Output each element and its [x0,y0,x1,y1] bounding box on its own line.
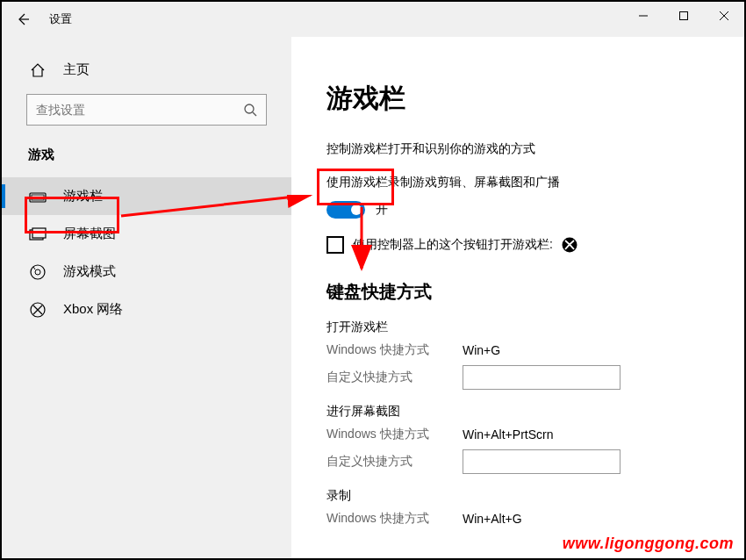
svg-point-4 [245,104,254,113]
search-input[interactable] [36,103,243,117]
home-icon [28,62,47,78]
sidebar-item-label: 游戏模式 [63,263,116,280]
sidebar-item-label: Xbox 网络 [63,301,123,318]
svg-rect-7 [32,195,44,200]
page-title: 游戏栏 [326,81,709,117]
shortcut-group-name: 进行屏幕截图 [326,404,709,420]
back-button[interactable] [12,9,33,30]
arrow-left-icon [15,11,31,27]
sidebar: 主页 游戏 游戏栏 屏幕截图 游戏模式 Xbox 网络 [2,37,291,558]
sidebar-item-label: 游戏栏 [63,188,103,205]
svg-point-11 [35,269,40,275]
windows-shortcut-label: Windows 快捷方式 [326,342,463,358]
checkbox-label: 使用控制器上的这个按钮打开游戏栏: [353,237,553,253]
windows-shortcut-value: Win+Alt+G [463,512,522,526]
svg-rect-6 [30,193,46,202]
xbox-button-icon [562,237,577,253]
custom-shortcut-input[interactable] [463,365,620,390]
xbox-icon [28,302,47,318]
page-description: 控制游戏栏打开和识别你的游戏的方式 [326,141,709,157]
shortcut-group-record: 录制 Windows 快捷方式 Win+Alt+G [326,488,709,527]
shortcut-group-name: 打开游戏栏 [326,319,709,335]
search-box[interactable] [26,94,267,126]
window-controls [623,2,744,30]
sidebar-item-captures[interactable]: 屏幕截图 [2,215,291,253]
windows-shortcut-label: Windows 快捷方式 [326,427,463,442]
svg-line-12 [33,267,35,269]
windows-shortcut-label: Windows 快捷方式 [326,511,463,527]
maximize-button[interactable] [664,2,704,30]
shortcut-group-open: 打开游戏栏 Windows 快捷方式 Win+G 自定义快捷方式 [326,319,709,390]
sidebar-item-game-mode[interactable]: 游戏模式 [2,253,291,291]
search-icon [243,103,257,117]
shortcut-group-screenshot: 进行屏幕截图 Windows 快捷方式 Win+Alt+PrtScrn 自定义快… [326,404,709,474]
svg-point-10 [31,265,45,279]
titlebar: 设置 [2,2,744,37]
minimize-button[interactable] [623,2,664,30]
custom-shortcut-label: 自定义快捷方式 [326,370,463,385]
window-title: 设置 [49,11,72,27]
close-button[interactable] [704,2,744,30]
svg-line-5 [253,112,256,116]
sidebar-item-game-bar[interactable]: 游戏栏 [2,177,291,215]
content-panel: 游戏栏 控制游戏栏打开和识别你的游戏的方式 使用游戏栏录制游戏剪辑、屏幕截图和广… [291,37,744,558]
sidebar-section-heading: 游戏 [2,147,291,177]
sidebar-home[interactable]: 主页 [2,54,291,94]
custom-shortcut-label: 自定义快捷方式 [326,454,463,470]
custom-shortcut-input[interactable] [463,449,620,474]
close-icon [719,11,729,21]
game-mode-icon [28,264,47,280]
minimize-icon [638,11,649,21]
game-bar-icon [28,190,47,204]
windows-shortcut-value: Win+G [463,343,500,357]
game-bar-toggle[interactable] [326,201,365,219]
svg-rect-9 [32,228,46,238]
sidebar-item-xbox-networking[interactable]: Xbox 网络 [2,291,291,328]
maximize-icon [678,11,689,21]
sidebar-home-label: 主页 [63,61,90,78]
toggle-state-label: 开 [376,202,388,218]
controller-checkbox[interactable] [326,236,344,254]
shortcut-group-name: 录制 [326,488,709,504]
windows-shortcut-value: Win+Alt+PrtScrn [463,427,553,442]
shortcuts-heading: 键盘快捷方式 [326,280,709,304]
toggle-description: 使用游戏栏录制游戏剪辑、屏幕截图和广播 [326,175,709,190]
captures-icon [28,227,47,241]
sidebar-item-label: 屏幕截图 [63,226,116,242]
svg-rect-1 [680,12,688,20]
